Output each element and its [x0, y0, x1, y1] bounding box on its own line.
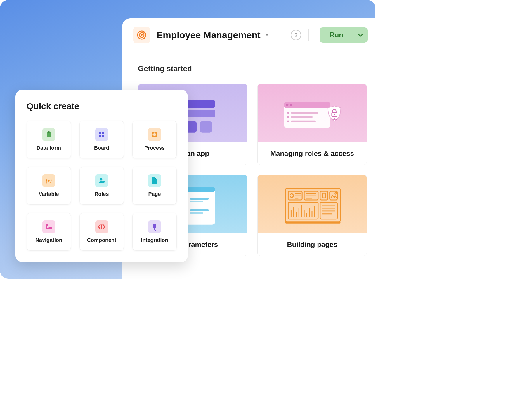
caret-down-icon [265, 34, 269, 36]
card-building-pages[interactable]: Building pages [257, 175, 367, 256]
quick-create-navigation[interactable]: Navigation [27, 213, 71, 251]
svg-rect-26 [190, 209, 209, 211]
svg-rect-80 [155, 223, 155, 224]
run-button-group: Run [320, 27, 368, 43]
svg-rect-39 [322, 193, 326, 198]
svg-rect-72 [155, 135, 157, 137]
app-logo[interactable] [133, 27, 150, 43]
svg-rect-65 [99, 132, 101, 134]
page-icon [148, 174, 161, 187]
roles-icon [95, 174, 108, 187]
svg-text:locked: locked [332, 118, 337, 120]
svg-rect-11 [287, 112, 289, 114]
card-hero [258, 175, 367, 233]
quick-create-integration[interactable]: Integration [132, 213, 177, 251]
quick-create-data-form[interactable]: Data form [27, 121, 71, 158]
app-title: Employee Management [157, 30, 261, 41]
svg-rect-79 [154, 223, 154, 224]
svg-rect-61 [48, 134, 48, 134]
quick-create-label: Navigation [35, 237, 62, 243]
quick-create-label: Board [94, 145, 109, 151]
header: Employee Management ? Run [122, 18, 375, 50]
quick-create-label: Data form [37, 145, 61, 151]
quick-create-grid: Data form Board [27, 121, 177, 251]
svg-rect-6 [200, 121, 212, 133]
quick-create-label: Integration [141, 237, 168, 243]
svg-rect-27 [190, 212, 203, 214]
card-title: Managing roles & access [258, 142, 367, 165]
svg-rect-63 [49, 134, 50, 134]
svg-rect-66 [102, 132, 104, 134]
quick-create-roles[interactable]: Roles [79, 167, 124, 205]
quick-create-variable[interactable]: (x) Variable [27, 167, 71, 205]
quick-create-panel: Quick create Data form [15, 90, 188, 262]
svg-rect-64 [49, 135, 50, 135]
svg-rect-59 [47, 132, 51, 137]
quick-create-label: Component [87, 237, 116, 243]
svg-rect-68 [102, 135, 104, 137]
roles-illustration-icon: locked [258, 84, 367, 142]
help-button[interactable]: ? [291, 30, 301, 40]
plug-icon [148, 220, 161, 233]
svg-rect-69 [152, 132, 154, 134]
svg-rect-15 [287, 121, 289, 122]
svg-rect-42 [288, 202, 318, 219]
quick-create-process[interactable]: Process [132, 121, 177, 158]
flow-icon [148, 128, 161, 141]
pages-illustration-icon [258, 175, 367, 233]
svg-point-10 [290, 104, 292, 106]
svg-rect-58 [285, 222, 340, 224]
svg-text:(x): (x) [46, 178, 52, 184]
quick-create-label: Variable [39, 191, 59, 197]
svg-rect-60 [48, 131, 50, 133]
svg-rect-70 [155, 132, 157, 134]
svg-point-74 [100, 178, 103, 180]
quick-create-label: Page [148, 191, 161, 197]
navigation-icon [42, 220, 55, 233]
code-icon [95, 220, 108, 233]
quick-create-label: Roles [94, 191, 109, 197]
quick-create-title: Quick create [27, 101, 177, 111]
quick-create-component[interactable]: Component [79, 213, 124, 251]
chevron-down-icon [358, 33, 363, 37]
quick-create-page[interactable]: Page [132, 167, 177, 205]
svg-point-30 [290, 194, 293, 197]
run-dropdown-button[interactable] [353, 27, 368, 43]
question-icon: ? [294, 32, 298, 39]
header-divider [308, 29, 309, 41]
svg-rect-67 [99, 135, 101, 137]
app-title-dropdown[interactable]: Employee Management [157, 30, 269, 41]
svg-rect-77 [48, 227, 52, 229]
svg-rect-38 [320, 191, 328, 200]
getting-started-title: Getting started [122, 50, 375, 73]
svg-rect-62 [48, 135, 48, 135]
run-button[interactable]: Run [320, 27, 353, 43]
svg-rect-76 [46, 224, 48, 226]
svg-rect-16 [291, 121, 316, 122]
target-icon [137, 30, 147, 40]
svg-rect-71 [152, 135, 154, 137]
svg-line-78 [101, 224, 102, 229]
card-title: Building pages [258, 233, 367, 256]
quick-create-board[interactable]: Board [79, 121, 124, 158]
svg-point-41 [335, 192, 337, 194]
quick-create-label: Process [144, 145, 165, 151]
clipboard-icon [42, 128, 55, 141]
card-managing-roles[interactable]: locked Managing roles & access [257, 84, 367, 165]
svg-rect-24 [190, 201, 203, 202]
variable-icon: (x) [42, 174, 55, 187]
card-hero: locked [258, 84, 367, 142]
svg-rect-13 [287, 116, 289, 118]
svg-point-9 [286, 104, 288, 106]
svg-rect-23 [190, 198, 209, 200]
svg-rect-14 [291, 116, 313, 118]
grid-icon [95, 128, 108, 141]
svg-rect-12 [291, 112, 318, 114]
svg-point-18 [334, 114, 335, 115]
